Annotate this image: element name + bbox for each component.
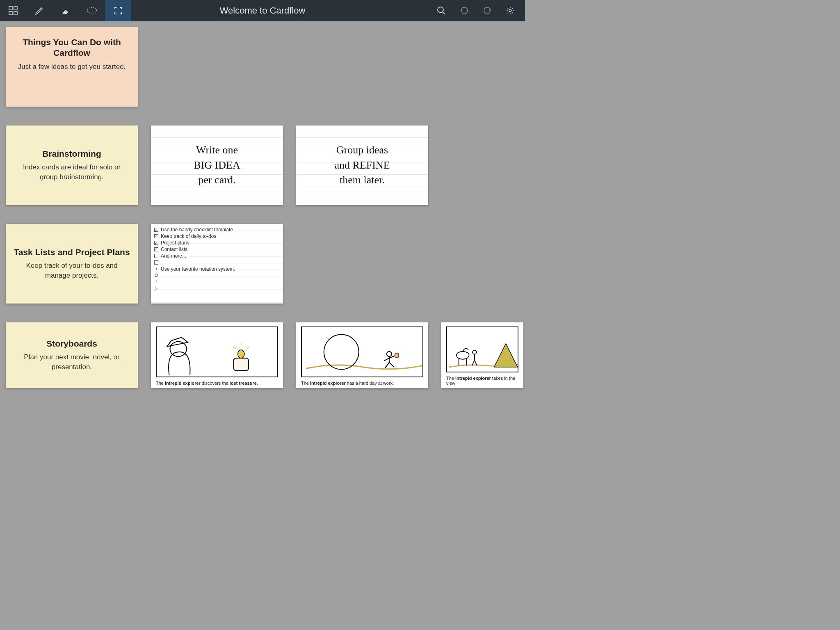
- page-title: Welcome to Cardflow: [220, 5, 306, 16]
- pencil-button[interactable]: [26, 0, 52, 21]
- svg-rect-1: [14, 7, 17, 10]
- select-icon: [114, 7, 122, 15]
- canvas[interactable]: Things You Can Do with Cardflow Just a f…: [0, 21, 525, 388]
- brainstorming-header-card[interactable]: Brainstorming Index cards are ideal for …: [6, 126, 138, 205]
- card-subtitle: Plan your next movie, novel, or presenta…: [13, 352, 130, 372]
- storyboard-frame: [446, 326, 518, 372]
- row-intro: Things You Can Do with Cardflow Just a f…: [6, 27, 525, 107]
- toolbar: Welcome to Cardflow: [0, 0, 525, 21]
- svg-point-14: [387, 352, 392, 356]
- svg-point-24: [472, 350, 477, 354]
- checklist-item: Keep track of daily to-dos: [161, 233, 216, 239]
- card-title: Storyboards: [46, 338, 97, 349]
- checklist-item: Use the handy checklist template: [161, 227, 233, 233]
- handwritten-text: Write one BIG IDEA per card.: [194, 143, 240, 187]
- gear-icon: [506, 6, 515, 15]
- svg-point-5: [438, 7, 443, 13]
- storyboard-card[interactable]: The intrepid explorer discovers the lost…: [151, 322, 283, 388]
- checklist-note: Use your favorite notation system.: [161, 266, 235, 272]
- svg-line-12: [247, 347, 249, 349]
- storyboard-frame: [301, 326, 423, 377]
- redo-icon: [482, 6, 492, 16]
- lasso-button[interactable]: [79, 0, 105, 21]
- undo-button[interactable]: [453, 0, 476, 21]
- svg-point-4: [87, 7, 96, 13]
- card-subtitle: Keep track of your to-dos and manage pro…: [13, 261, 130, 281]
- eraser-icon: [61, 6, 71, 16]
- search-button[interactable]: [430, 0, 453, 21]
- storyboard-caption: The intrepid explorer takes in the view: [446, 375, 518, 386]
- storyboard-frame: [156, 326, 278, 377]
- redo-button[interactable]: [476, 0, 499, 21]
- index-card[interactable]: Write one BIG IDEA per card.: [151, 126, 283, 205]
- grid-icon: [9, 6, 18, 15]
- intro-card[interactable]: Things You Can Do with Cardflow Just a f…: [6, 27, 138, 107]
- index-card[interactable]: Group ideas and REFINE them later.: [296, 126, 428, 205]
- svg-point-9: [238, 350, 244, 358]
- storyboard-caption: The intrepid explorer has a hard day at …: [301, 380, 423, 386]
- grid-view-button[interactable]: [0, 0, 26, 21]
- row-tasklists: Task Lists and Project Plans Keep track …: [6, 224, 525, 304]
- search-icon: [437, 6, 446, 15]
- svg-line-11: [233, 347, 236, 349]
- undo-icon: [459, 6, 469, 16]
- intro-title: Things You Can Do with Cardflow: [13, 37, 130, 59]
- checklist-card[interactable]: ✓Use the handy checklist template ✓Keep …: [151, 224, 283, 304]
- lasso-icon: [87, 7, 97, 15]
- row-brainstorming: Brainstorming Index cards are ideal for …: [6, 126, 525, 205]
- storyboards-header-card[interactable]: Storyboards Plan your next movie, novel,…: [6, 322, 138, 388]
- settings-button[interactable]: [499, 0, 522, 21]
- checklist-item: And more...: [161, 253, 186, 259]
- checklist-item: Project plans: [161, 240, 189, 246]
- select-button[interactable]: [105, 0, 131, 21]
- svg-rect-0: [9, 7, 12, 10]
- pencil-icon: [34, 6, 44, 16]
- svg-point-21: [457, 352, 469, 359]
- svg-rect-3: [14, 11, 17, 15]
- svg-rect-2: [9, 11, 12, 15]
- card-subtitle: Index cards are ideal for solo or group …: [13, 162, 130, 182]
- card-title: Task Lists and Project Plans: [14, 247, 130, 258]
- svg-point-7: [170, 342, 187, 356]
- intro-subtitle: Just a few ideas to get you started.: [18, 62, 126, 72]
- storyboard-caption: The intrepid explorer discovers the lost…: [156, 380, 278, 386]
- card-title: Brainstorming: [42, 148, 101, 159]
- svg-line-16: [385, 362, 389, 368]
- svg-line-17: [389, 362, 394, 367]
- svg-point-6: [509, 9, 511, 12]
- storyboard-card[interactable]: The intrepid explorer takes in the view: [441, 322, 523, 388]
- eraser-button[interactable]: [52, 0, 79, 21]
- svg-line-19: [384, 358, 389, 361]
- checklist-item: Contact lists: [161, 247, 187, 252]
- svg-rect-20: [395, 353, 398, 357]
- storyboard-card[interactable]: The intrepid explorer has a hard day at …: [296, 322, 428, 388]
- handwritten-text: Group ideas and REFINE them later.: [334, 143, 390, 187]
- row-storyboards: Storyboards Plan your next movie, novel,…: [6, 322, 525, 388]
- tasklists-header-card[interactable]: Task Lists and Project Plans Keep track …: [6, 224, 138, 304]
- svg-rect-8: [234, 358, 249, 370]
- svg-point-13: [324, 334, 359, 369]
